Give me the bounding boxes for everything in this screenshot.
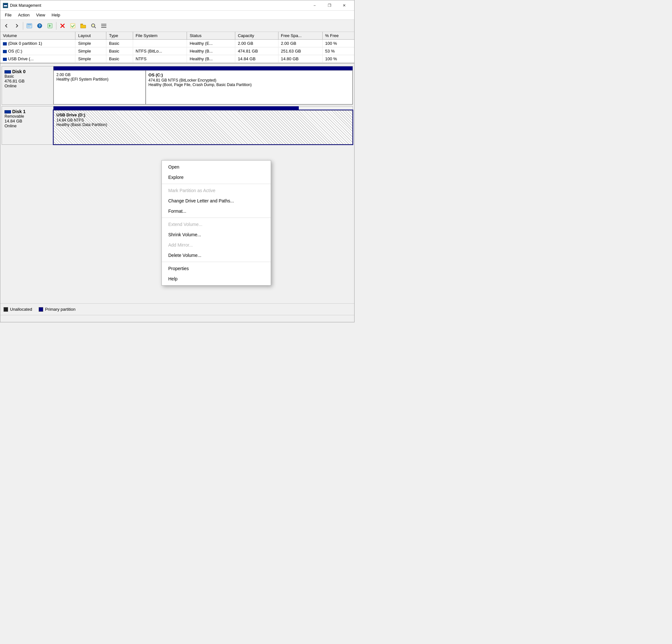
disk-size: 476.81 GB (4, 79, 51, 83)
main-window: Disk Management − ❐ ✕ File Action View H… (0, 0, 355, 322)
cell-freespace: 2.00 GB (278, 40, 322, 47)
bottom-status-bar (0, 315, 354, 322)
disk-status: Online (4, 123, 51, 128)
delete-button[interactable] (58, 21, 67, 31)
context-menu-separator (162, 262, 271, 262)
help-button[interactable]: ? (35, 21, 45, 31)
partitions-row: 2.00 GBHealthy (EFI System Partition)OS … (53, 70, 352, 105)
disk-partitions: USB Drive (D:)14.84 GB NTFSHealthy (Basi… (53, 106, 352, 144)
disk-label: Disk 0 Basic 476.81 GB Online (2, 67, 53, 105)
close-button[interactable]: ✕ (337, 0, 352, 11)
col-filesystem: File System (133, 32, 187, 40)
options-button[interactable] (99, 21, 109, 31)
table-row[interactable]: USB Drive (... Simple Basic NTFS Healthy… (0, 55, 354, 63)
svg-rect-19 (101, 27, 106, 28)
cell-freespace: 14.80 GB (278, 55, 322, 63)
cell-status: Healthy (E... (187, 40, 235, 47)
cell-filesystem: NTFS (BitLo... (133, 47, 187, 55)
context-menu-item: Mark Partition as Active (162, 185, 271, 196)
context-menu-item[interactable]: Help (162, 274, 271, 284)
cell-type: Basic (106, 55, 133, 63)
partition-detail: Healthy (Boot, Page File, Crash Dump, Ba… (148, 83, 350, 87)
svg-rect-2 (4, 4, 7, 5)
toolbar-sep-1 (23, 22, 23, 29)
window-controls: − ❐ ✕ (307, 0, 352, 11)
cell-volume: USB Drive (... (0, 55, 75, 63)
col-percentfree: % Free (322, 32, 354, 40)
partition[interactable]: OS (C:)474.81 GB NTFS (BitLocker Encrypt… (146, 70, 352, 105)
partition-detail: Healthy (Basic Data Partition) (57, 122, 350, 127)
context-menu-item[interactable]: Open (162, 162, 271, 172)
partition-size: 474.81 GB NTFS (BitLocker Encrypted) (148, 78, 350, 83)
legend-primary-box (39, 307, 43, 312)
partitions-row: USB Drive (D:)14.84 GB NTFSHealthy (Basi… (53, 110, 352, 144)
context-menu: OpenExploreMark Partition as ActiveChang… (161, 160, 271, 286)
menu-view[interactable]: View (33, 11, 48, 19)
toolbar: ? (0, 20, 354, 32)
minimize-button[interactable]: − (307, 0, 322, 11)
partition-bar-wrap (53, 106, 352, 110)
cell-status: Healthy (B... (187, 47, 235, 55)
context-menu-item: Add Mirror... (162, 240, 271, 250)
svg-line-15 (94, 27, 96, 28)
context-menu-item[interactable]: Properties (162, 263, 271, 274)
svg-point-16 (92, 24, 94, 26)
forward-button[interactable] (12, 21, 22, 31)
context-menu-item[interactable]: Format... (162, 206, 271, 216)
partition[interactable]: USB Drive (D:)14.84 GB NTFSHealthy (Basi… (53, 110, 352, 144)
svg-rect-5 (27, 25, 31, 26)
context-menu-item[interactable]: Change Drive Letter and Paths... (162, 196, 271, 206)
legend-unallocated: Unallocated (3, 307, 32, 312)
partition[interactable]: 2.00 GBHealthy (EFI System Partition) (53, 70, 146, 105)
menu-help[interactable]: Help (48, 11, 63, 19)
partition-title: OS (C:) (148, 72, 350, 77)
cell-type: Basic (106, 40, 133, 47)
disk-type: Removable (4, 114, 51, 119)
back-button[interactable] (2, 21, 11, 31)
svg-rect-6 (27, 26, 30, 27)
legend-unalloc-box (3, 307, 8, 312)
disk-status: Online (4, 83, 51, 88)
partition-title: USB Drive (D:) (57, 112, 350, 117)
context-menu-item[interactable]: Delete Volume... (162, 250, 271, 260)
cell-filesystem: NTFS (133, 55, 187, 63)
partition-bar (53, 67, 352, 70)
refresh-button[interactable] (45, 21, 55, 31)
cell-capacity: 2.00 GB (235, 40, 278, 47)
cell-type: Basic (106, 47, 133, 55)
window-icon (3, 3, 8, 8)
check-button[interactable] (68, 21, 78, 31)
cell-layout: Simple (75, 40, 106, 47)
restore-button[interactable]: ❐ (322, 0, 337, 11)
disk-type: Basic (4, 74, 51, 79)
menu-file[interactable]: File (2, 11, 15, 19)
context-menu-separator (162, 184, 271, 184)
cell-freespace: 251.63 GB (278, 47, 322, 55)
col-type: Type (106, 32, 133, 40)
legend-primary: Primary partition (39, 307, 76, 312)
title-bar: Disk Management − ❐ ✕ (0, 0, 354, 11)
table-header-row: Volume Layout Type File System Status Ca… (0, 32, 354, 40)
svg-rect-18 (101, 25, 106, 26)
context-menu-item[interactable]: Shrink Volume... (162, 229, 271, 240)
svg-rect-17 (101, 24, 106, 24)
col-volume: Volume (0, 32, 75, 40)
table-row[interactable]: OS (C:) Simple Basic NTFS (BitLo... Heal… (0, 47, 354, 55)
properties-button[interactable] (24, 21, 34, 31)
search-button[interactable] (89, 21, 98, 31)
disk-row: Disk 0 Basic 476.81 GB Online 2.00 GBHea… (2, 66, 353, 105)
cell-percentfree: 100 % (322, 40, 354, 47)
folder-button[interactable] (78, 21, 88, 31)
menu-bar: File Action View Help (0, 11, 354, 20)
table-row[interactable]: (Disk 0 partition 1) Simple Basic Health… (0, 40, 354, 47)
svg-text:?: ? (39, 24, 40, 28)
cell-volume: OS (C:) (0, 47, 75, 55)
cell-filesystem (133, 40, 187, 47)
cell-percentfree: 53 % (322, 47, 354, 55)
volume-table-container: Volume Layout Type File System Status Ca… (0, 32, 354, 63)
menu-action[interactable]: Action (15, 11, 33, 19)
context-menu-item[interactable]: Explore (162, 172, 271, 182)
cell-layout: Simple (75, 55, 106, 63)
col-status: Status (187, 32, 235, 40)
disk-row: Disk 1 Removable 14.84 GB Online USB Dri… (2, 106, 353, 145)
